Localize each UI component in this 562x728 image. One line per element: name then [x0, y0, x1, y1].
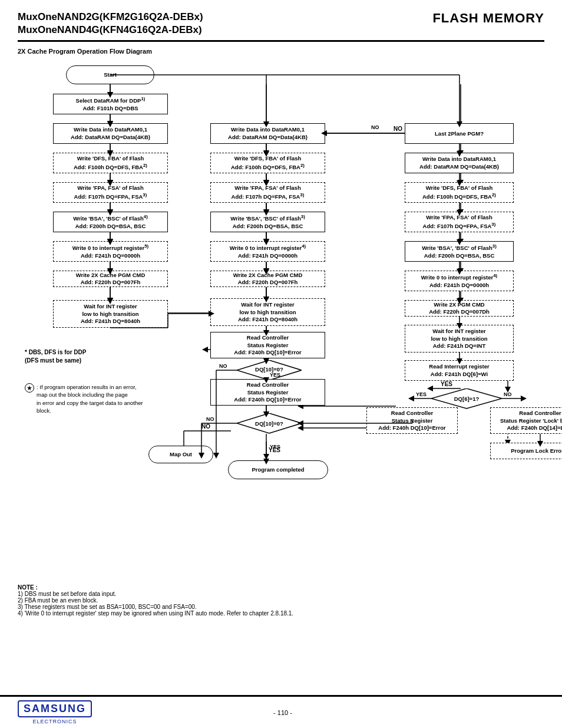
col2-dq10-diamond-2: DQ[10]=0? [237, 413, 302, 434]
star-circle-icon: ★ [25, 383, 34, 393]
svg-marker-170 [521, 396, 527, 401]
svg-text:YES: YES [270, 444, 280, 450]
page-number: - 110 - [273, 709, 292, 716]
electronics-wordmark: ELECTRONICS [33, 719, 77, 724]
svg-text:NO: NO [504, 391, 512, 397]
col3-read-interrupt: Read Interrupt registerAdd: F241h DQ[6]=… [405, 360, 514, 381]
col3-write-dfs: Write 'DFS, FBA' of FlashAdd: F100h DQ=D… [405, 182, 514, 203]
program-completed-box: Program completed [228, 460, 328, 479]
col1-write-bsa: Write 'BSA', 'BSC' of Flash4)Add: F200h … [53, 212, 168, 232]
col3-write-bsa: Write 'BSA', 'BSC' of Flash3)Add: F200h … [405, 241, 514, 262]
svg-marker-167 [408, 396, 414, 401]
col1-write-2xcache: Write 2X Cache PGM CMDAdd: F220h DQ=007F… [53, 271, 168, 287]
svg-marker-128 [213, 453, 219, 459]
col3-dq6-diamond: DQ[6]=1? [431, 388, 502, 409]
header-title: MuxOneNAND2G(KFM2G16Q2A-DEBx) MuxOneNAND… [18, 11, 203, 37]
star-note: ★ : If program operation results in an e… [25, 383, 160, 414]
col3-last2plane: Last 2Plane PGM? [405, 123, 514, 144]
footer: SAMSUNG ELECTRONICS - 110 - [0, 695, 562, 728]
svg-marker-74 [505, 387, 511, 393]
svg-text:NO: NO [201, 423, 210, 430]
col2-dq10-diamond: DQ[10]=0? [237, 360, 302, 378]
col1-write-fpa: Write 'FPA, FSA' of FlashAdd: F107h DQ=F… [53, 182, 168, 203]
svg-text:NO: NO [394, 126, 402, 132]
col3-read-controller-no: Read ControllerStatus Register 'Lock' bi… [490, 407, 562, 434]
note-1: 1) DBS must be set before data input. [18, 591, 544, 597]
svg-marker-36 [202, 347, 208, 353]
col3-write-data: Write Data into DataRAM0,1Add: DataRAM D… [405, 153, 514, 173]
col1-write-dfs: Write 'DFS, FBA' of FlashAdd: F100h DQ=D… [53, 153, 168, 173]
samsung-wordmark: SAMSUNG [18, 700, 92, 717]
svg-marker-48 [263, 454, 269, 460]
flowchart-area: NO YES NO YES [19, 60, 543, 572]
col2-write-data: Write Data into DataRAM0,1Add: DataRAM D… [210, 123, 325, 144]
col2-write-2xcache: Write 2X Cache PGM CMDAdd: F220h DQ=007F… [210, 271, 325, 287]
col3-program-lock-error: Program Lock Error [490, 443, 562, 459]
col2-read-controller: Read ControllerStatus RegisterAdd: F240h… [210, 332, 325, 358]
diagram-title: 2X Cache Program Operation Flow Diagram [18, 48, 544, 55]
col2-write-0-interrupt: Write 0 to interrupt register4)Add: F241… [210, 241, 325, 262]
col1-select-dataram: Select DataRAM for DDP1)Add: F101h DQ=DB… [53, 94, 168, 114]
col3-write-fpa: Write 'FPA, FSA' of FlashAdd: F107h DQ=F… [405, 212, 514, 232]
svg-text:YES: YES [416, 391, 427, 397]
dbs-note: * DBS, DFS is for DDP(DFS must be same) [25, 348, 86, 365]
note-title: NOTE : [18, 584, 544, 591]
col2-write-dfs: Write 'DFS, FBA' of FlashAdd: F100h DQ=D… [210, 153, 325, 173]
note-2: 2) FBA must be an even block. [18, 597, 544, 604]
col2-read-controller-2: Read ControllerStatus RegisterAdd: F240h… [210, 379, 325, 406]
svg-text:YES: YES [441, 381, 452, 387]
header: MuxOneNAND2G(KFM2G16Q2A-DEBx) MuxOneNAND… [18, 11, 544, 42]
col3-read-controller-yes: Read ControllerStatus RegisterAdd: F240h… [366, 407, 458, 434]
col2-write-fpa: Write 'FPA, FSA' of FlashAdd: F107h DQ=F… [210, 182, 325, 203]
col3-write-0-interrupt: Write 0 to interrupt register4)Add: F241… [405, 271, 514, 291]
col2-wait-int: Wait for INT registerlow to high transit… [210, 298, 325, 326]
svg-text:NO: NO [219, 363, 227, 369]
notes-area: NOTE : 1) DBS must be set before data in… [18, 584, 544, 617]
map-out-box: Map Out [148, 446, 213, 463]
svg-text:NO: NO [206, 416, 214, 422]
note-3: 3) These registers must be set as BSA=10… [18, 604, 544, 610]
col1-write-0-interrupt: Write 0 to interrupt register5)Add: F241… [53, 241, 168, 262]
page: MuxOneNAND2G(KFM2G16Q2A-DEBx) MuxOneNAND… [0, 0, 562, 728]
note-4: 4) 'Write 0 to interrupt register' step … [18, 610, 544, 617]
col1-write-data: Write Data into DataRAM0,1Add: DataRAM D… [53, 123, 168, 144]
col1-wait-int: Wait for INT registerlow to high transit… [53, 300, 168, 328]
col3-wait-int: Wait for INT registerlow to high transit… [405, 325, 514, 353]
header-flash-memory: FLASH MEMORY [432, 11, 544, 26]
col3-write-2xpgm: Write 2X PGM CMDAdd: F220h DQ=007Dh [405, 300, 514, 317]
svg-text:YES: YES [269, 447, 280, 453]
svg-text:NO: NO [371, 124, 379, 130]
start-box: Start [66, 65, 154, 84]
col2-write-bsa: Write 'BSA', 'BSC' of Flash3)Add: F200h … [210, 212, 325, 232]
samsung-logo: SAMSUNG ELECTRONICS [18, 700, 92, 724]
